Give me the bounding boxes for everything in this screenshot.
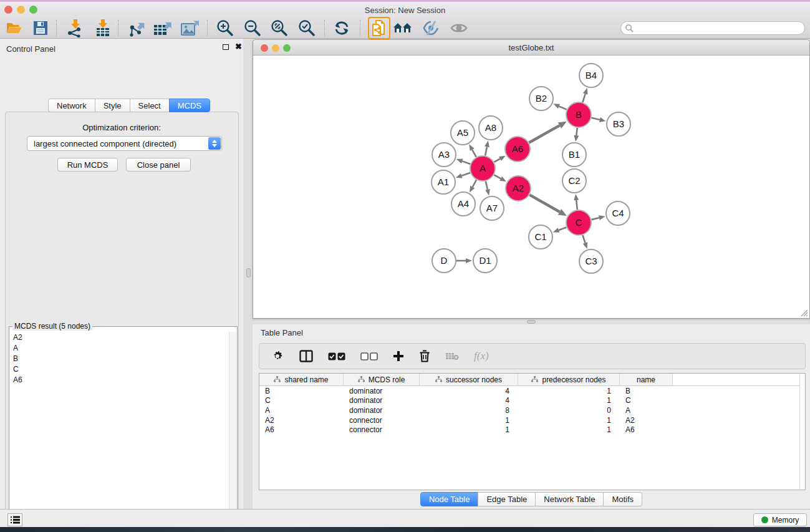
table-row[interactable]: Adominator80A — [259, 405, 805, 415]
graph-node-B3[interactable]: B3 — [607, 112, 630, 136]
graph-node-C4[interactable]: C4 — [606, 201, 630, 225]
tab-style[interactable]: Style — [95, 99, 130, 112]
cell-name[interactable]: B — [620, 387, 673, 395]
cell-predecessor-nodes[interactable]: 1 — [518, 396, 620, 405]
column-header-MCDS-role[interactable]: MCDS role — [344, 374, 420, 385]
graph-node-B1[interactable]: B1 — [562, 143, 586, 167]
cell-shared-name[interactable]: C — [259, 396, 344, 405]
float-panel-icon[interactable] — [223, 44, 229, 50]
graph-edge[interactable] — [559, 227, 566, 230]
graph-edge[interactable] — [576, 128, 577, 135]
tab-network[interactable]: Network — [48, 99, 95, 112]
cell-MCDS-role[interactable]: connector — [344, 416, 420, 425]
zoom-fit-icon[interactable] — [269, 18, 290, 38]
graph-node-A5[interactable]: A5 — [451, 121, 475, 145]
cell-shared-name[interactable]: A2 — [259, 416, 344, 425]
function-builder-icon[interactable]: f(x) — [474, 347, 489, 365]
graph-node-A1[interactable]: A1 — [432, 170, 455, 194]
search-input[interactable] — [634, 24, 804, 32]
tab-motifs[interactable]: Motifs — [603, 492, 642, 506]
graph-node-A[interactable]: A — [470, 156, 495, 181]
deselect-all-columns-icon[interactable] — [360, 347, 378, 365]
zoom-out-icon[interactable] — [242, 18, 263, 38]
graph-node-D1[interactable]: D1 — [473, 249, 497, 273]
export-table-icon[interactable] — [152, 18, 173, 38]
delete-table-icon[interactable] — [445, 347, 459, 365]
tab-network-table[interactable]: Network Table — [535, 492, 604, 506]
cell-MCDS-role[interactable]: dominator — [344, 387, 420, 395]
graph-node-C[interactable]: C — [566, 210, 591, 235]
cell-successor-nodes[interactable]: 1 — [420, 416, 518, 425]
cell-shared-name[interactable]: A — [259, 406, 344, 415]
result-item[interactable]: A — [10, 342, 229, 353]
network-graph[interactable]: B4B2BB3A8A5A6A3B1AA1C2A2A4A7C4CC1DC3D1 — [253, 56, 809, 318]
cell-shared-name[interactable]: B — [259, 387, 344, 395]
graph-node-C1[interactable]: C1 — [529, 225, 552, 249]
column-header-name[interactable]: name — [620, 374, 673, 385]
graph-edge[interactable] — [486, 181, 488, 189]
graph-edge[interactable] — [582, 94, 585, 102]
graph-edge[interactable] — [591, 118, 599, 120]
close-panel-button[interactable]: Close panel — [126, 158, 191, 172]
cell-name[interactable]: C — [620, 396, 673, 405]
tab-edge-table[interactable]: Edge Table — [478, 492, 536, 506]
table-options-gear-icon[interactable] — [271, 347, 284, 365]
graph-node-B[interactable]: B — [566, 102, 591, 127]
show-home-icon[interactable] — [393, 18, 414, 38]
network-window-titlebar[interactable]: testGlobe.txt — [253, 40, 809, 56]
cell-name[interactable]: A2 — [620, 416, 673, 425]
hide-style-icon[interactable] — [420, 18, 441, 38]
tab-select[interactable]: Select — [130, 99, 170, 112]
cell-predecessor-nodes[interactable]: 1 — [518, 425, 620, 434]
table-row[interactable]: A6connector11A6 — [259, 425, 805, 435]
graph-edge[interactable] — [494, 175, 501, 178]
graph-node-A4[interactable]: A4 — [451, 192, 475, 216]
memory-button[interactable]: Memory — [753, 513, 807, 526]
vertical-scroll-thumb[interactable] — [246, 268, 251, 278]
graph-edge[interactable] — [591, 218, 599, 220]
graph-edge[interactable] — [582, 235, 585, 243]
result-item[interactable]: B — [10, 353, 229, 364]
new-network-icon[interactable] — [368, 17, 390, 39]
result-item[interactable]: C — [10, 364, 229, 374]
import-network-icon[interactable] — [64, 18, 85, 38]
graph-edge[interactable] — [473, 180, 476, 186]
graph-node-D[interactable]: D — [432, 249, 456, 273]
cell-shared-name[interactable]: A6 — [259, 425, 344, 434]
cell-successor-nodes[interactable]: 8 — [420, 406, 518, 415]
graph-node-C3[interactable]: C3 — [579, 249, 603, 273]
result-item[interactable]: A2 — [10, 332, 229, 342]
save-session-icon[interactable] — [30, 18, 51, 38]
cell-successor-nodes[interactable]: 4 — [420, 396, 518, 405]
graph-node-C2[interactable]: C2 — [562, 169, 586, 193]
close-panel-icon[interactable]: ✖ — [235, 44, 242, 50]
node-attribute-table[interactable]: shared nameMCDS rolesuccessor nodesprede… — [259, 373, 806, 490]
graph-node-A3[interactable]: A3 — [432, 143, 456, 167]
graph-node-A2[interactable]: A2 — [506, 176, 531, 201]
cell-name[interactable]: A — [620, 406, 673, 415]
split-view-icon[interactable] — [299, 347, 313, 365]
cell-MCDS-role[interactable]: connector — [344, 425, 420, 434]
graph-node-A7[interactable]: A7 — [480, 196, 504, 220]
result-scrollbar[interactable] — [229, 332, 236, 532]
graph-edge[interactable] — [494, 158, 500, 162]
tab-node-table[interactable]: Node Table — [420, 492, 479, 506]
apply-layout-icon[interactable] — [331, 18, 352, 38]
table-row[interactable]: Cdominator41C — [259, 396, 805, 406]
graph-edge[interactable] — [485, 147, 487, 155]
graph-edge[interactable] — [461, 173, 470, 176]
delete-column-icon[interactable] — [419, 347, 430, 365]
graph-edge[interactable] — [576, 200, 577, 210]
open-file-icon[interactable] — [4, 18, 25, 38]
table-row[interactable]: Bdominator41B — [259, 386, 805, 396]
cell-predecessor-nodes[interactable]: 1 — [518, 387, 620, 395]
import-table-icon[interactable] — [92, 18, 113, 38]
zoom-selected-icon[interactable] — [296, 18, 317, 38]
cell-successor-nodes[interactable]: 1 — [420, 425, 518, 434]
cell-name[interactable]: A6 — [620, 425, 673, 434]
run-mcds-button[interactable]: Run MCDS — [57, 158, 118, 172]
graph-edge[interactable] — [462, 161, 470, 164]
show-eye-icon[interactable] — [448, 18, 470, 38]
graph-edge[interactable] — [559, 106, 566, 109]
cell-successor-nodes[interactable]: 4 — [420, 387, 518, 395]
